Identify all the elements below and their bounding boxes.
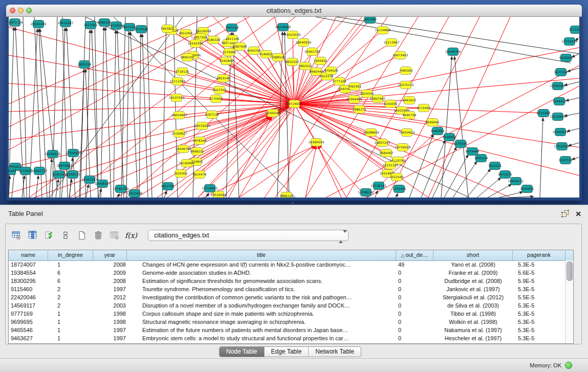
- table-row[interactable]: 2242004622012Investigating the contribut…: [9, 293, 565, 301]
- graph-node[interactable]: 8186328: [207, 36, 221, 44]
- tab-network-table[interactable]: Network Table: [308, 347, 361, 357]
- graph-node[interactable]: 8912954: [179, 30, 193, 37]
- table-select-dropdown[interactable]: citations_edges.txt: [148, 230, 349, 241]
- graph-node[interactable]: 2522540: [390, 173, 404, 181]
- close-panel-icon[interactable]: ✕: [574, 209, 583, 218]
- graph-node[interactable]: 9890107: [181, 54, 194, 61]
- graph-node[interactable]: 16154808: [375, 27, 391, 34]
- graph-node[interactable]: 19654923: [399, 129, 415, 137]
- graph-node[interactable]: 9245652: [520, 185, 534, 193]
- graph-node[interactable]: 2935114: [474, 155, 488, 162]
- tab-node-table[interactable]: Node Table: [220, 347, 264, 357]
- column-header-pagerank[interactable]: pagerank: [513, 250, 565, 260]
- close-traffic-light-icon[interactable]: [10, 8, 15, 13]
- float-panel-icon[interactable]: [560, 209, 570, 218]
- column-header-title[interactable]: title: [127, 250, 396, 260]
- graph-node[interactable]: 9495794: [403, 112, 417, 119]
- graph-node[interactable]: 7625402: [174, 170, 188, 178]
- graph-node[interactable]: 9227342: [554, 69, 568, 76]
- graph-node[interactable]: 2967608: [233, 43, 247, 51]
- graph-node[interactable]: 391594: [9, 167, 16, 175]
- table-row[interactable]: 1872400712008Changes of HCN gene express…: [9, 260, 565, 269]
- graph-node[interactable]: 3175685: [223, 49, 236, 56]
- graph-node[interactable]: 2803144: [216, 75, 230, 82]
- graph-node[interactable]: 10654112: [508, 178, 524, 185]
- graph-node[interactable]: 1244413: [553, 98, 567, 105]
- graph-node[interactable]: 9878344: [193, 137, 207, 145]
- graph-node[interactable]: 1215683: [19, 167, 33, 175]
- table-row[interactable]: 1938455462009Genome-wide association stu…: [9, 269, 565, 277]
- graph-node[interactable]: 2718126: [176, 68, 189, 76]
- graph-node[interactable]: 12942737: [32, 167, 48, 175]
- network-svg[interactable]: 1872400789601288912954182260589827509818…: [9, 17, 579, 198]
- graph-node[interactable]: 30975887: [57, 162, 73, 170]
- graph-node[interactable]: 5938923: [443, 134, 456, 141]
- graph-node[interactable]: 7986372: [353, 106, 366, 114]
- graph-node[interactable]: 9684067: [380, 149, 394, 157]
- minimize-traffic-light-icon[interactable]: [18, 8, 24, 13]
- graph-node[interactable]: 17359928: [66, 149, 81, 157]
- graph-node[interactable]: 1527602: [84, 21, 98, 29]
- graph-node[interactable]: 9529966: [559, 54, 573, 62]
- delete-table-icon[interactable]: [108, 229, 121, 242]
- graph-node[interactable]: 1145194: [52, 171, 66, 179]
- scrollbar-thumb[interactable]: [567, 261, 573, 281]
- graph-node[interactable]: 8215958: [537, 110, 551, 117]
- network-canvas[interactable]: 1872400789601288912954182260589827509818…: [9, 17, 579, 198]
- table-mode-icon[interactable]: [10, 229, 23, 242]
- graph-node[interactable]: 20691406: [31, 20, 47, 28]
- graph-node[interactable]: 12093582: [550, 82, 566, 90]
- graph-node[interactable]: 9777169: [333, 78, 346, 85]
- panel-splitter-handle[interactable]: ⌃: [291, 202, 295, 207]
- table-scrollbar[interactable]: [565, 260, 573, 343]
- graph-node[interactable]: 9463627: [403, 97, 417, 104]
- graph-node[interactable]: 18640910: [296, 39, 312, 47]
- graph-node[interactable]: 7632621: [488, 162, 502, 170]
- column-header-short[interactable]: short: [433, 250, 513, 260]
- graph-node[interactable]: 7955812: [314, 57, 328, 65]
- graph-node[interactable]: 12975115: [398, 81, 414, 89]
- table-row[interactable]: 1830029562008Estimation of significance …: [9, 277, 565, 285]
- merge-columns-icon[interactable]: [59, 229, 72, 242]
- function-builder-icon[interactable]: f(x): [124, 229, 138, 242]
- delete-column-icon[interactable]: [92, 229, 105, 242]
- column-header-in_degree[interactable]: in_degree: [48, 250, 93, 260]
- zoom-traffic-light-icon[interactable]: [26, 8, 32, 13]
- graph-node[interactable]: 7957224: [225, 24, 239, 32]
- graph-node[interactable]: 9857791: [161, 183, 175, 190]
- graph-node[interactable]: 8471675: [498, 171, 512, 179]
- graph-node[interactable]: 6216043: [384, 100, 398, 108]
- resize-grip-icon[interactable]: [9, 17, 19, 27]
- graph-node[interactable]: 6794028: [324, 67, 338, 75]
- graph-node[interactable]: 13325419: [285, 31, 301, 39]
- column-header-year[interactable]: year: [93, 250, 127, 260]
- graph-node[interactable]: 9427552: [213, 86, 227, 94]
- tab-edge-table[interactable]: Edge Table: [264, 347, 309, 357]
- table-row[interactable]: 946554611997Estimation of the future num…: [9, 326, 565, 334]
- table-row[interactable]: 911546021997Tourette syndrome. Phenomeno…: [9, 285, 565, 293]
- graph-node[interactable]: 8914479: [193, 171, 207, 179]
- graph-node[interactable]: 16648784: [445, 48, 461, 56]
- graph-node[interactable]: 9267130: [205, 111, 219, 119]
- graph-node[interactable]: 12213967: [384, 39, 400, 47]
- graph-node[interactable]: 9822037: [286, 58, 299, 66]
- graph-node[interactable]: 9170061: [209, 95, 223, 103]
- graph-node[interactable]: 15046768: [176, 145, 191, 153]
- graph-node[interactable]: 15992971: [553, 128, 569, 136]
- graph-node[interactable]: 15751074: [562, 38, 578, 46]
- column-header-name[interactable]: name: [9, 250, 48, 260]
- graph-node[interactable]: 19384554: [309, 139, 324, 146]
- graph-node[interactable]: 7462661: [348, 83, 362, 91]
- column-header-out_degree[interactable]: △out_de…: [396, 250, 433, 260]
- graph-node[interactable]: 2087682: [363, 17, 377, 24]
- table-row[interactable]: 1456911722003Disruption of a novel membe…: [9, 301, 565, 310]
- graph-node[interactable]: 1588520: [271, 54, 285, 61]
- graph-node[interactable]: 16210643: [550, 113, 566, 121]
- graph-node[interactable]: 9898222: [190, 148, 204, 156]
- memory-status-indicator[interactable]: [565, 362, 572, 369]
- graph-node[interactable]: 7485063: [399, 67, 413, 75]
- graph-node[interactable]: 1733426: [393, 185, 406, 193]
- graph-node[interactable]: 6179197: [454, 140, 468, 148]
- graph-node[interactable]: 1440954: [431, 127, 445, 135]
- graph-node[interactable]: 2905334: [78, 61, 92, 69]
